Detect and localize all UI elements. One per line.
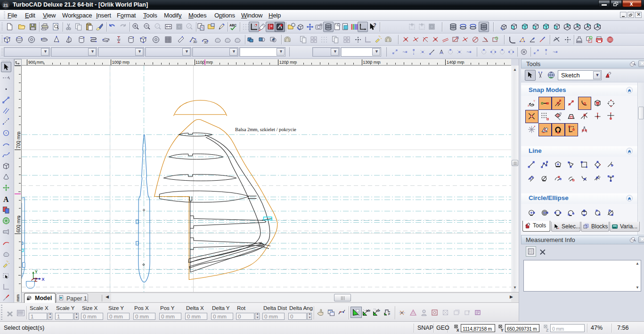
svg-text:X: X (457, 328, 459, 332)
svg-text:X: X (42, 277, 45, 282)
svg-text:Z: Z (546, 328, 548, 332)
svg-text:Y: Y (501, 328, 504, 332)
svg-text:1100 mm: 1100 mm (196, 60, 213, 65)
svg-text:mm: mm (16, 294, 20, 301)
svg-text:1400 mm: 1400 mm (447, 60, 465, 65)
svg-text:900 mm: 900 mm (28, 60, 44, 65)
svg-text:700 mm: 700 mm (16, 132, 21, 149)
svg-text:1000 mm: 1000 mm (112, 60, 130, 65)
svg-text:1300 mm: 1300 mm (363, 60, 381, 65)
svg-text:Y: Y (35, 269, 38, 274)
svg-text:600 mm: 600 mm (16, 216, 21, 233)
svg-text:Z: Z (34, 277, 38, 283)
svg-text:Balsa 2mm, szkielet / pokrycie: Balsa 2mm, szkielet / pokrycie (235, 127, 296, 132)
svg-text:1200 mm: 1200 mm (279, 60, 297, 65)
